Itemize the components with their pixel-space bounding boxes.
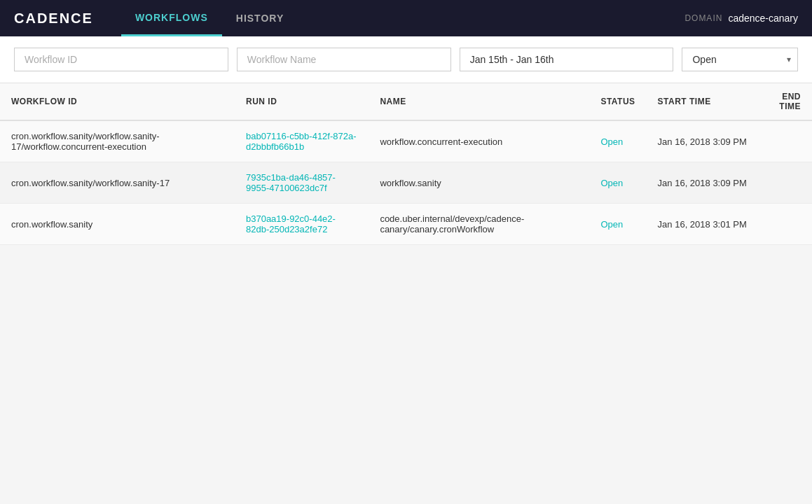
workflow-id-input[interactable] [14,48,228,71]
date-range-picker[interactable]: Jan 15th - Jan 16th [460,48,674,71]
col-workflow-id: WORKFLOW ID [0,83,235,120]
name-cell: workflow.sanity [369,162,589,204]
status-badge: Open [600,136,623,147]
table-row: cron.workflow.sanity/workflow.sanity-17/… [0,120,812,162]
workflow-name-input[interactable] [237,48,451,71]
workflows-table-container: WORKFLOW ID RUN ID NAME STATUS START TIM… [0,83,812,245]
domain-label: DOMAIN [684,13,722,23]
col-status: STATUS [589,83,646,120]
workflow-id-cell: cron.workflow.sanity/workflow.sanity-17 [0,162,235,204]
run-id-cell: b370aa19-92c0-44e2-82db-250d23a2fe72 [235,204,369,245]
run-id-cell: 7935c1ba-da46-4857-9955-47100623dc7f [235,162,369,204]
run-id-link[interactable]: 7935c1ba-da46-4857-9955-47100623dc7f [246,172,336,193]
status-cell: Open [589,162,646,204]
status-filter-wrapper: Open Closed All ▾ [682,48,798,71]
start-time-cell: Jan 16, 2018 3:09 PM [647,162,758,204]
col-run-id: RUN ID [235,83,369,120]
nav-workflows[interactable]: WORKFLOWS [121,0,222,36]
col-start-time: START TIME [647,83,758,120]
start-time-cell: Jan 16, 2018 3:01 PM [647,204,758,245]
table-body: cron.workflow.sanity/workflow.sanity-17/… [0,120,812,245]
name-cell: code.uber.internal/devexp/cadence-canary… [369,204,589,245]
filters-bar: Jan 15th - Jan 16th Open Closed All ▾ [0,36,812,83]
workflows-table: WORKFLOW ID RUN ID NAME STATUS START TIM… [0,83,812,245]
main-nav: WORKFLOWS HISTORY [121,0,298,36]
status-cell: Open [589,120,646,162]
col-name: NAME [369,83,589,120]
header-domain: DOMAIN cadence-canary [684,13,798,24]
name-cell: workflow.concurrent-execution [369,120,589,162]
nav-history[interactable]: HISTORY [222,0,298,36]
end-time-cell [758,120,812,162]
status-select[interactable]: Open Closed All [682,48,798,71]
table-header: WORKFLOW ID RUN ID NAME STATUS START TIM… [0,83,812,120]
workflow-id-cell: cron.workflow.sanity [0,204,235,245]
workflow-id-cell: cron.workflow.sanity/workflow.sanity-17/… [0,120,235,162]
col-end-time: END TIME [758,83,812,120]
status-badge: Open [600,178,623,188]
run-id-link[interactable]: b370aa19-92c0-44e2-82db-250d23a2fe72 [246,214,336,234]
run-id-link[interactable]: bab07116-c5bb-412f-872a-d2bbbfb66b1b [246,131,357,152]
brand-logo: CADENCE [14,10,93,27]
end-time-cell [758,204,812,245]
domain-value: cadence-canary [728,13,798,24]
header: CADENCE WORKFLOWS HISTORY DOMAIN cadence… [0,0,812,36]
status-cell: Open [589,204,646,245]
start-time-cell: Jan 16, 2018 3:09 PM [647,120,758,162]
end-time-cell [758,162,812,204]
table-row: cron.workflow.sanity/workflow.sanity-17 … [0,162,812,204]
table-row: cron.workflow.sanity b370aa19-92c0-44e2-… [0,204,812,245]
status-badge: Open [600,219,623,230]
run-id-cell: bab07116-c5bb-412f-872a-d2bbbfb66b1b [235,120,369,162]
